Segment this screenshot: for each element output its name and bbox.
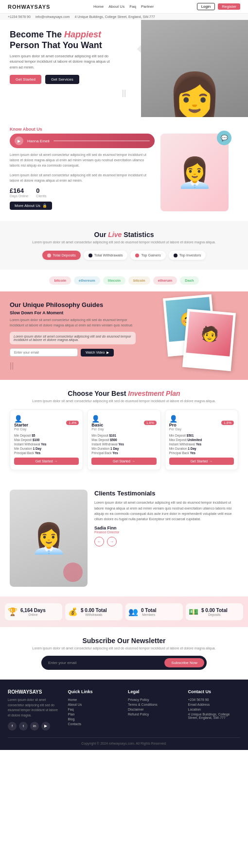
newsletter-email-input[interactable]: [48, 661, 161, 665]
more-about-button[interactable]: More About Us 🔒: [10, 202, 52, 210]
brand-litecoin: litecoin: [103, 276, 125, 285]
know-about-tag: Know About Us: [10, 127, 238, 132]
starter-withdrawal: Instant Withdrawal Yes: [14, 443, 79, 446]
counter-deposits-label: Deposits: [201, 613, 228, 616]
register-button[interactable]: Register: [218, 3, 240, 10]
contact-email: info@rohwaysays.com: [35, 15, 70, 18]
linkedin-icon[interactable]: in: [30, 722, 39, 731]
tab-top-investors[interactable]: Top Investors: [169, 251, 206, 260]
footer-link-contacts[interactable]: Contacts: [68, 722, 121, 726]
footer-disclaimer[interactable]: Disclaimer: [128, 708, 180, 711]
footer-social: f t in ▶: [8, 722, 60, 731]
investment-subtitle: Lorem ipsum dolor sit amet consectetur a…: [10, 399, 238, 403]
footer-quick-links-col: Quick Links Home About Us Faq Plan Blog …: [68, 689, 121, 731]
login-button[interactable]: Login: [197, 3, 215, 10]
footer-refund[interactable]: Refund Policy: [128, 713, 180, 716]
basic-get-started[interactable]: Get Started →: [91, 458, 156, 465]
audio-player[interactable]: ▶ Hanna Emeli: [10, 134, 155, 148]
basic-name: Basic: [91, 423, 104, 427]
footer: ROHWAYSAYS Lorem ipsum dolor sit amet co…: [0, 680, 248, 750]
footer-link-faq[interactable]: Faq: [68, 708, 121, 711]
testimonials-body: Lorem ipsum dolor sit amet consectetur a…: [94, 500, 238, 522]
client-name: Sadia Finn: [94, 526, 238, 530]
plan-basic: 👤 Basic Per Day 1.6% Min Deposit $101 Ma…: [87, 409, 160, 470]
know-layout: ▶ Hanna Emeli Lorem ipsum dolor sit amet…: [10, 134, 238, 211]
play-button[interactable]: ▶: [15, 136, 23, 145]
hero-section: Become The Happiest Person That You Want…: [0, 20, 248, 117]
footer-privacy[interactable]: Privacy Policy: [128, 698, 180, 701]
live-stats-section: Our Live Statistics Lorem ipsum dolor si…: [0, 221, 248, 270]
tab-top-gainers[interactable]: Top Gainers: [130, 251, 165, 260]
facebook-icon[interactable]: f: [8, 722, 17, 731]
footer-quick-links-heading: Quick Links: [68, 689, 121, 694]
hero-person-emoji: 👩: [167, 73, 222, 117]
plan-pro-header: 👤 Pro Per Day 1.6%: [169, 415, 234, 431]
prev-testimonial-button[interactable]: ←: [94, 537, 104, 546]
footer-email: Email Address: [188, 703, 241, 706]
counter-members: 👥 0 Total Members: [125, 603, 183, 620]
plan-starter-header: 👤 Starter Per Day 1.4%: [14, 415, 79, 431]
nav-home[interactable]: Home: [93, 4, 104, 9]
twitter-icon[interactable]: t: [19, 722, 28, 731]
hero-heading: Become The Happiest Person That You Want: [10, 30, 136, 51]
philosophy-email-input[interactable]: [10, 348, 78, 357]
polaroid-2-image: 🧑: [186, 311, 233, 357]
get-services-button[interactable]: Get Services: [45, 75, 79, 84]
nav-about[interactable]: About Us: [108, 4, 124, 9]
brand-bitcoin2: bitcoin: [128, 276, 150, 285]
footer-link-plan[interactable]: Plan: [68, 713, 121, 716]
nav-partner[interactable]: Partner: [141, 4, 154, 9]
live-stats-title: Our Live Statistics: [10, 231, 238, 238]
pro-get-started[interactable]: Get Started →: [169, 458, 234, 465]
newsletter-title: Subscribe Our Newsletter: [10, 637, 238, 645]
tab-total-deposits[interactable]: Total Deposits: [42, 251, 81, 260]
dot-deposits: [47, 254, 51, 257]
counter-members-num: 0 Total: [141, 608, 156, 613]
brand-etherum: etherum: [153, 276, 177, 285]
contact-phone: +1234 5678 90: [8, 15, 31, 18]
subscribe-button[interactable]: Subscribe Now: [164, 658, 204, 667]
next-testimonial-button[interactable]: →: [107, 537, 117, 546]
nav-faq[interactable]: Faq: [129, 4, 136, 9]
youtube-icon[interactable]: ▶: [41, 722, 50, 731]
newsletter-section: Subscribe Our Newsletter Lorem ipsum dol…: [0, 627, 248, 680]
pro-badge: 1.6%: [221, 421, 234, 425]
arrow-icon: 🔒: [42, 204, 47, 208]
footer-link-home[interactable]: Home: [68, 698, 121, 701]
client-role: Finance Director: [94, 530, 238, 534]
hero-person-image: 👩: [141, 20, 248, 117]
footer-legal-col: Legal Privacy Policy Terms & Conditions …: [128, 689, 180, 731]
plan-starter: 👤 Starter Per Day 1.4% Min Deposit $5 Ma…: [10, 409, 83, 470]
navbar-buttons: Login Register: [197, 3, 240, 10]
starter-duration: Min Duration 1 Day: [14, 447, 79, 450]
footer-link-about[interactable]: About Us: [68, 703, 121, 706]
philosophy-quote-box: Lorem ipsum dolor sit amet consectetur a…: [10, 332, 136, 344]
starter-max-deposit: Max Deposit $100: [14, 438, 79, 442]
plan-basic-header: 👤 Basic Per Day 1.6%: [91, 415, 156, 431]
hero-image-area: 👩: [141, 20, 248, 117]
play-icon: ▶: [106, 351, 109, 355]
know-about-section: Know About Us ▶ Hanna Emeli Lorem ipsum …: [0, 117, 248, 221]
dot-withdrawals: [89, 254, 92, 257]
users-icon: 👥: [128, 607, 138, 616]
starter-get-started[interactable]: Get Started →: [14, 458, 79, 465]
footer-link-blog[interactable]: Blog: [68, 717, 121, 721]
watch-video-button[interactable]: Watch Video ▶: [81, 349, 114, 357]
dot-investors: [174, 254, 177, 257]
newsletter-form: Subscribe Now: [41, 656, 207, 670]
basic-icon: 👤: [91, 415, 104, 423]
starter-min-deposit: Min Deposit $5: [14, 434, 79, 437]
testimonials-title: Clients Testimonials: [94, 490, 238, 497]
tab-total-withdrawals[interactable]: Total Withdrawals: [84, 251, 128, 260]
testimonials-decor: [63, 562, 83, 582]
footer-description: Lorem ipsum dolor sit amet consectetur a…: [8, 698, 60, 718]
arrow-right-icon: →: [54, 460, 58, 463]
get-started-button[interactable]: Get Started: [10, 75, 41, 84]
know-left-col: ▶ Hanna Emeli Lorem ipsum dolor sit amet…: [10, 134, 155, 211]
counter-withdrawals: 💰 $ 0.00 Total Withdrawals: [65, 603, 123, 620]
know-stats: £164 Days Online 0 Clients: [10, 187, 155, 198]
footer-terms[interactable]: Terms & Conditions: [128, 703, 180, 706]
know-right-col: 👩‍💼 💬: [160, 134, 238, 211]
plan-pro: 👤 Pro Per Day 1.6% Min Deposit $501 Max …: [165, 409, 238, 470]
counter-deposits: 💵 $ 0.00 Total Deposits: [186, 603, 243, 620]
